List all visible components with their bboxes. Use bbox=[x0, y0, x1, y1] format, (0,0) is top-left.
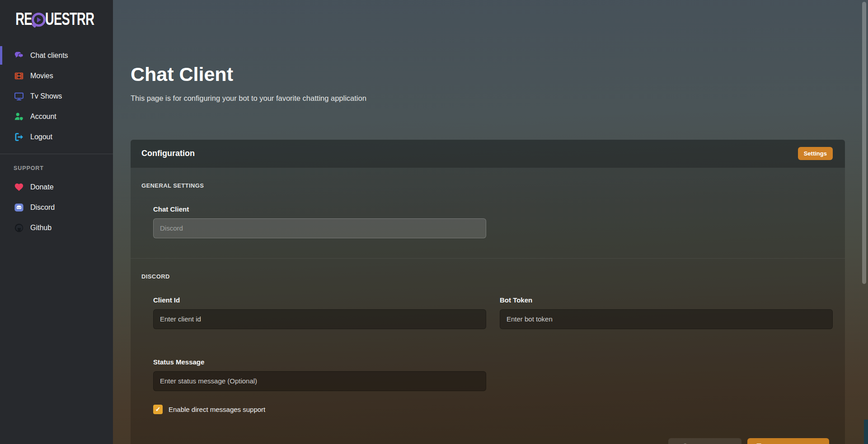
scrollbar-thumb[interactable] bbox=[862, 2, 866, 284]
chat-client-select[interactable]: Discord bbox=[153, 218, 486, 238]
sidebar-nav: Chat clients Movies bbox=[0, 45, 113, 147]
user-shield-icon bbox=[14, 111, 24, 122]
logo-q-play-icon bbox=[32, 13, 46, 27]
footer-actions: ⚙⚙ Test Settings Copy Invite Link bbox=[141, 438, 833, 444]
status-message-field-group: Status Message bbox=[153, 342, 486, 391]
support-section-header: SUPPORT bbox=[0, 154, 113, 177]
requestrr-logo[interactable]: RE UESTRR bbox=[0, 0, 113, 31]
client-id-field-group: Client Id bbox=[153, 280, 486, 329]
corner-accent bbox=[864, 420, 868, 444]
app-root: RE UESTRR Chat clients bbox=[0, 0, 868, 444]
status-message-label: Status Message bbox=[153, 358, 486, 366]
section-divider bbox=[131, 258, 845, 259]
page-title: Chat Client bbox=[131, 62, 845, 87]
logo-text-start: RE bbox=[15, 9, 32, 29]
heart-icon bbox=[14, 182, 24, 193]
status-message-input[interactable] bbox=[153, 371, 486, 391]
main-content: Chat Client This page is for configuring… bbox=[113, 0, 868, 444]
sidebar-item-logout[interactable]: Logout bbox=[0, 127, 113, 147]
chat-client-label: Chat Client bbox=[153, 205, 833, 213]
checkmark-icon: ✓ bbox=[155, 406, 161, 412]
dm-support-row: ✓ Enable direct messages support bbox=[153, 405, 833, 414]
settings-button[interactable]: Settings bbox=[798, 147, 833, 160]
copy-invite-link-button[interactable]: Copy Invite Link bbox=[747, 438, 829, 444]
dm-support-checkbox[interactable]: ✓ bbox=[153, 405, 163, 414]
sidebar-item-donate[interactable]: Donate bbox=[0, 177, 113, 197]
card-title: Configuration bbox=[141, 149, 195, 158]
bot-token-input[interactable] bbox=[500, 309, 833, 329]
dm-support-label: Enable direct messages support bbox=[169, 406, 265, 413]
sidebar-item-discord[interactable]: Discord bbox=[0, 197, 113, 217]
client-id-label: Client Id bbox=[153, 296, 486, 304]
sidebar-item-label: Account bbox=[30, 113, 56, 121]
sidebar-item-label: Github bbox=[30, 224, 52, 232]
film-icon bbox=[14, 71, 24, 81]
sidebar-item-label: Donate bbox=[30, 183, 54, 191]
bot-token-label: Bot Token bbox=[500, 296, 833, 304]
discord-section: DISCORD Client Id Bot Token bbox=[141, 273, 833, 414]
test-settings-button[interactable]: ⚙⚙ Test Settings bbox=[668, 438, 741, 444]
discord-section-title: DISCORD bbox=[141, 273, 833, 280]
github-logo-icon bbox=[14, 222, 24, 233]
sidebar-item-movies[interactable]: Movies bbox=[0, 66, 113, 86]
sidebar-item-tv-shows[interactable]: Tv Shows bbox=[0, 86, 113, 106]
sidebar-item-label: Movies bbox=[30, 72, 53, 80]
client-id-input[interactable] bbox=[153, 309, 486, 329]
configuration-card-body: GENERAL SETTINGS Chat Client Discord DIS… bbox=[131, 168, 845, 444]
sidebar-item-label: Logout bbox=[30, 133, 52, 141]
page-subtitle: This page is for configuring your bot to… bbox=[131, 94, 845, 103]
sidebar-item-label: Chat clients bbox=[30, 52, 68, 60]
chat-bubbles-icon bbox=[14, 50, 24, 61]
configuration-card: Configuration Settings GENERAL SETTINGS … bbox=[131, 140, 845, 444]
bot-token-field-group: Bot Token bbox=[500, 280, 833, 329]
sidebar-item-label: Discord bbox=[30, 203, 55, 212]
sidebar-item-label: Tv Shows bbox=[30, 92, 62, 100]
sidebar-support-nav: Donate Discord bbox=[0, 177, 113, 238]
configuration-card-header: Configuration Settings bbox=[131, 140, 845, 168]
sidebar-item-github[interactable]: Github bbox=[0, 217, 113, 238]
monitor-icon bbox=[14, 91, 24, 102]
general-settings-section: GENERAL SETTINGS Chat Client Discord bbox=[141, 182, 833, 238]
sidebar: RE UESTRR Chat clients bbox=[0, 0, 113, 444]
logo-text-end: UESTRR bbox=[45, 9, 94, 29]
sign-out-icon bbox=[14, 132, 24, 142]
sidebar-item-chat-clients[interactable]: Chat clients bbox=[0, 45, 113, 66]
sidebar-item-account[interactable]: Account bbox=[0, 106, 113, 127]
general-settings-title: GENERAL SETTINGS bbox=[141, 182, 833, 189]
discord-logo-icon bbox=[14, 202, 24, 213]
